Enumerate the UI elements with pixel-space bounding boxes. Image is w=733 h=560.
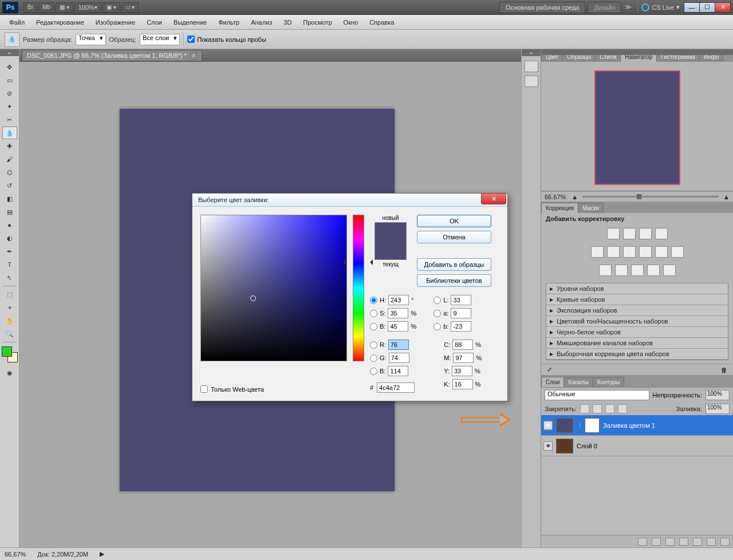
link-layers-icon[interactable]: [638, 538, 647, 546]
window-close-button[interactable]: ✕: [715, 2, 731, 13]
menu-layer[interactable]: Слои: [141, 17, 168, 28]
adj-vibrance-icon[interactable]: [591, 246, 604, 258]
fg-color-swatch[interactable]: [2, 346, 12, 357]
launch-bridge-button[interactable]: Br: [23, 2, 37, 13]
h-radio[interactable]: [370, 297, 377, 304]
nav-zoom-out-icon[interactable]: ▲: [572, 194, 578, 200]
r-input[interactable]: [388, 340, 409, 350]
adj-poster-icon[interactable]: [615, 265, 628, 276]
lab-b-radio[interactable]: [434, 323, 441, 330]
workspace-design-button[interactable]: Дизайн: [588, 2, 621, 13]
y-input[interactable]: [452, 366, 472, 376]
preset-item[interactable]: ▶Микширование каналов наборов: [546, 338, 728, 349]
tab-channels[interactable]: Каналы: [563, 377, 593, 387]
adj-levels-icon[interactable]: [623, 228, 636, 239]
zoom-dropdown[interactable]: 100% ▾: [74, 2, 101, 13]
adj-invert-icon[interactable]: [599, 265, 612, 276]
lasso-tool[interactable]: ⊘: [2, 87, 17, 100]
sample-select[interactable]: Все слои ▾: [140, 34, 180, 45]
hue-slider[interactable]: [353, 215, 364, 361]
quickmask-tool[interactable]: ◉: [2, 366, 17, 379]
brush-tool[interactable]: 🖌: [2, 153, 17, 165]
3d-camera-tool[interactable]: ⌖: [2, 301, 17, 314]
stamp-tool[interactable]: ⌬: [2, 166, 17, 179]
zoom-tool[interactable]: 🔍: [2, 328, 17, 340]
s-input[interactable]: [388, 308, 408, 318]
preset-item[interactable]: ▶Черно-белое наборов: [546, 327, 728, 338]
nav-zoom-slider[interactable]: [582, 196, 719, 198]
g-radio[interactable]: [370, 354, 377, 362]
c-input[interactable]: [452, 340, 473, 350]
visibility-icon[interactable]: 👁: [543, 421, 553, 430]
b-radio[interactable]: [370, 323, 377, 330]
dodge-tool[interactable]: ◐: [2, 232, 17, 244]
fx-icon[interactable]: [652, 538, 661, 546]
nav-zoom-in-icon[interactable]: ▲: [723, 194, 730, 200]
preset-item[interactable]: ▶Экспозиция наборов: [546, 305, 728, 316]
tab-paths[interactable]: Контуры: [593, 377, 624, 387]
history-brush-tool[interactable]: ↺: [2, 179, 17, 192]
menu-window[interactable]: Окно: [338, 17, 364, 28]
menu-select[interactable]: Выделение: [168, 17, 212, 28]
window-maximize-button[interactable]: ☐: [699, 2, 715, 13]
view-extras-button[interactable]: ▦ ▾: [56, 2, 73, 13]
gradient-tool[interactable]: ▤: [2, 206, 17, 218]
adj-selective-icon[interactable]: [663, 265, 676, 276]
workspace-main-button[interactable]: Основная рабочая среда: [499, 2, 586, 13]
mini-bridge-icon[interactable]: [525, 61, 538, 72]
tab-layers[interactable]: Слои: [541, 377, 564, 387]
adj-bw-icon[interactable]: [639, 246, 652, 258]
a-radio[interactable]: [434, 310, 441, 317]
close-icon[interactable]: ×: [190, 52, 197, 60]
menu-edit[interactable]: Редактирование: [30, 17, 90, 28]
preset-item[interactable]: ▶Кривые наборов: [546, 294, 728, 305]
path-tool[interactable]: ↖: [2, 271, 17, 284]
window-minimize-button[interactable]: —: [684, 2, 700, 13]
lock-position-icon[interactable]: [593, 404, 602, 413]
lock-transparent-icon[interactable]: [618, 404, 627, 413]
lock-all-icon[interactable]: [605, 404, 614, 413]
menu-help[interactable]: Справка: [364, 17, 400, 28]
ok-button[interactable]: OK: [417, 215, 491, 227]
trash-icon[interactable]: [720, 538, 730, 546]
bb-input[interactable]: [388, 366, 408, 376]
show-ring-checkbox[interactable]: Показать кольцо пробы: [187, 36, 266, 43]
menu-view[interactable]: Просмотр: [297, 17, 337, 28]
tool-preset-icon[interactable]: 💧: [5, 32, 19, 47]
web-only-checkbox[interactable]: Только Web-цвета: [200, 385, 264, 393]
workspace-more-icon[interactable]: ≫: [622, 3, 634, 11]
heal-tool[interactable]: ✚: [2, 140, 17, 152]
adj-gradmap-icon[interactable]: [647, 265, 660, 276]
layer-row[interactable]: 👁 ⋮ Заливка цветом 1: [541, 415, 733, 436]
eyedropper-tool[interactable]: 💧: [2, 127, 17, 139]
bb-radio[interactable]: [370, 368, 377, 375]
cslive-button[interactable]: CS Live▾: [641, 3, 680, 11]
navigator-thumb[interactable]: [594, 70, 680, 185]
doc-tab[interactable]: DSC_0061.JPG @ 66,7% (Заливка цветом 1, …: [22, 50, 202, 61]
adj-mixer-icon[interactable]: [671, 246, 684, 258]
h-input[interactable]: [388, 295, 409, 305]
color-libs-button[interactable]: Библиотеки цветов: [417, 274, 491, 287]
dialog-close-button[interactable]: ✕: [481, 193, 506, 204]
add-swatch-button[interactable]: Добавить в образцы: [417, 258, 491, 271]
screen-mode-button[interactable]: ▭ ▾: [121, 2, 139, 13]
menu-3d[interactable]: 3D: [278, 17, 297, 28]
layer-mask[interactable]: [585, 418, 600, 433]
dialog-titlebar[interactable]: Выберите цвет заливки: ✕: [192, 194, 507, 207]
visibility-icon[interactable]: 👁: [543, 441, 553, 451]
blend-mode-select[interactable]: Обычные: [545, 390, 649, 400]
eraser-tool[interactable]: ◧: [2, 192, 17, 205]
lab-b-input[interactable]: [451, 321, 471, 332]
type-tool[interactable]: T: [2, 258, 17, 271]
mini-bridge-button[interactable]: Mb: [38, 2, 54, 13]
preset-item[interactable]: ▶Цветовой тон/Насыщенность наборов: [546, 316, 728, 327]
fill-adjust-icon[interactable]: [679, 538, 688, 546]
hex-input[interactable]: [377, 382, 415, 393]
adj-photo-icon[interactable]: [655, 246, 668, 258]
adj-balance-icon[interactable]: [623, 246, 636, 258]
lock-pixels-icon[interactable]: [580, 404, 589, 413]
pen-tool[interactable]: ✒: [2, 245, 17, 258]
hand-tool[interactable]: ✋: [2, 314, 17, 327]
marquee-tool[interactable]: ▭: [2, 74, 17, 86]
arrange-button[interactable]: ▣ ▾: [103, 2, 120, 13]
